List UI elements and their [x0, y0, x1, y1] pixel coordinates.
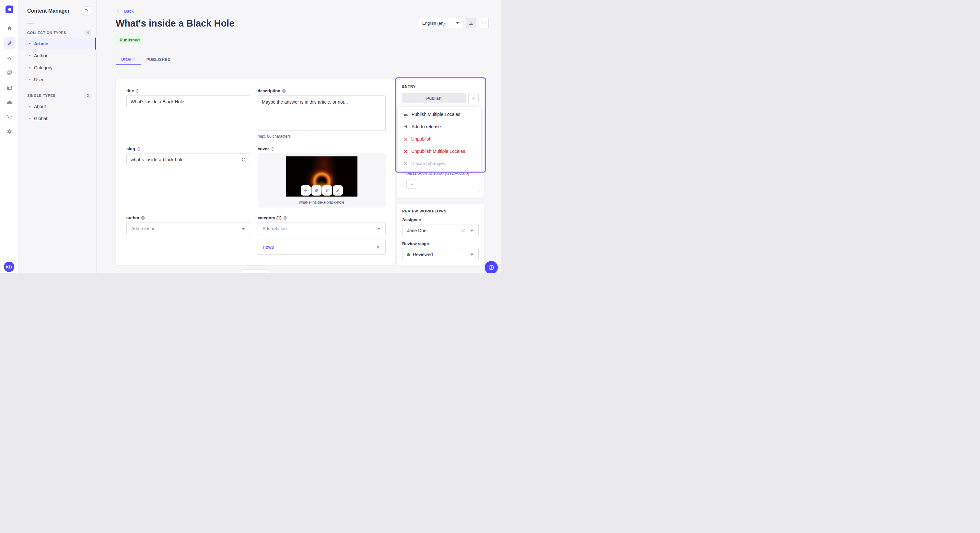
remove-relation-button[interactable] — [376, 245, 380, 249]
cover-toolbar — [301, 185, 343, 195]
more-horizontal-icon — [471, 95, 476, 101]
relation-news-link[interactable]: news — [263, 244, 274, 250]
paper-plane-icon — [403, 124, 408, 129]
user-avatar[interactable]: KD — [4, 262, 14, 272]
menu-item-publish-multiple-locales[interactable]: Publish Multiple Locales — [398, 108, 480, 121]
author-relation-select[interactable]: Add relation — [126, 222, 250, 235]
help-button[interactable]: ? — [485, 261, 498, 273]
trash-icon — [325, 188, 329, 193]
menu-item-add-to-release[interactable]: Add to release — [398, 121, 480, 133]
field-title: title — [126, 89, 250, 139]
stage-value: Reviewed — [413, 252, 433, 257]
subnav-title: Content Manager — [27, 8, 70, 14]
chevron-down-icon — [470, 254, 474, 256]
sidebar-item-author[interactable]: Author — [19, 49, 96, 62]
section-single-types: SINGLE TYPES — [27, 94, 56, 97]
chevron-down-icon — [456, 22, 459, 24]
content-manager-subnav: Content Manager COLLECTION TYPES 4 Artic… — [19, 0, 97, 273]
edit-form-card: title description Maybe the answer is in… — [116, 79, 395, 265]
description-hint: max. 80 characters — [258, 134, 386, 139]
bullet-icon — [29, 79, 30, 80]
question-mark-icon: ? — [488, 264, 495, 271]
single-types-count: 2 — [84, 93, 91, 98]
stage-status-dot — [407, 253, 410, 256]
schedule-datetime: 09/11/2024 at 16:00 (UTC+02:00) — [406, 171, 474, 176]
bullet-icon — [29, 106, 30, 107]
description-textarea[interactable]: Maybe the answer is in this article, or … — [258, 95, 386, 131]
cross-icon — [403, 149, 408, 154]
i18n-globe-icon — [135, 89, 139, 93]
i18n-globe-icon — [137, 147, 141, 151]
cover-media-box: what-s-inside-a-black-hole — [258, 153, 386, 208]
category-relation-select[interactable]: Add relation — [258, 222, 386, 235]
collection-types-list: Article Author Category User — [19, 38, 96, 86]
sidebar-item-about[interactable]: About — [19, 100, 96, 113]
icon-rail: KD — [0, 0, 19, 273]
locale-value: English (en) — [422, 21, 445, 25]
publish-button[interactable]: Publish — [402, 93, 466, 103]
header-more-button[interactable] — [479, 18, 489, 28]
copy-link-button[interactable] — [312, 185, 321, 195]
edit-media-button[interactable] — [333, 185, 343, 195]
clear-assignee-button[interactable] — [461, 228, 465, 233]
category-label: category (1) — [258, 215, 282, 220]
releases-icon[interactable] — [3, 52, 15, 64]
settings-gear-icon[interactable] — [3, 126, 15, 138]
review-stage-select[interactable]: Reviewed — [402, 248, 479, 261]
section-collection-types: COLLECTION TYPES — [27, 31, 66, 35]
close-icon — [461, 228, 465, 233]
review-workflows-panel: REVIEW WORKFLOWS Assignee Jane Doe Revie… — [397, 204, 484, 265]
media-library-icon[interactable] — [3, 67, 15, 79]
title-input[interactable] — [126, 95, 250, 108]
home-icon[interactable] — [3, 23, 15, 34]
assignee-select[interactable]: Jane Doe — [402, 224, 479, 237]
field-category: category (1) Add relation news — [258, 215, 386, 254]
slug-label: slug — [126, 146, 135, 151]
purchases-cart-icon[interactable] — [3, 111, 15, 123]
sidebar-item-article[interactable]: Article — [19, 38, 96, 49]
strapi-logo[interactable] — [5, 5, 13, 13]
content-type-builder-icon[interactable] — [3, 82, 15, 94]
tab-published[interactable]: PUBLISHED — [141, 54, 176, 65]
delete-media-button[interactable] — [322, 185, 332, 195]
back-arrow-icon — [116, 8, 121, 14]
status-badge: Published — [116, 36, 143, 44]
plus-icon — [303, 188, 308, 193]
regenerate-slug-button[interactable] — [240, 156, 247, 163]
field-author: author Add relation — [126, 215, 250, 254]
svg-text:?: ? — [490, 266, 492, 270]
download-button[interactable] — [466, 18, 476, 28]
download-icon — [468, 21, 474, 26]
more-horizontal-icon — [481, 21, 487, 25]
i18n-globe-icon — [270, 147, 275, 151]
field-cover: cover — [258, 146, 386, 208]
sidebar-item-global[interactable]: Global — [19, 113, 96, 124]
tab-draft[interactable]: DRAFT — [116, 54, 141, 65]
version-tabs: DRAFT PUBLISHED — [116, 54, 176, 65]
search-button[interactable] — [82, 6, 91, 16]
assignee-label: Assignee — [402, 217, 479, 222]
locale-select[interactable]: English (en) — [418, 18, 463, 28]
schedule-more-button[interactable] — [406, 179, 416, 189]
app-root: KD Content Manager COLLECTION TYPES 4 Ar… — [0, 0, 501, 273]
back-link[interactable]: Back — [116, 8, 134, 14]
cover-filename: what-s-inside-a-black-hole — [258, 200, 386, 205]
sidebar-item-category[interactable]: Category — [19, 62, 96, 73]
sidebar-item-user[interactable]: User — [19, 73, 96, 86]
content-manager-icon[interactable] — [3, 37, 15, 49]
slug-input[interactable] — [126, 153, 250, 166]
entry-more-button[interactable] — [468, 93, 479, 103]
menu-item-unpublish-multiple-locales[interactable]: Unpublish Multiple Locales — [398, 145, 480, 157]
cloud-icon[interactable] — [3, 97, 15, 108]
floating-pill — [240, 270, 270, 273]
menu-item-discard-changes[interactable]: Discard changes — [398, 157, 480, 170]
add-media-button[interactable] — [301, 185, 311, 195]
page-title: What's inside a Black Hole — [116, 18, 234, 29]
i18n-globe-icon — [141, 216, 145, 220]
close-icon — [376, 245, 380, 249]
more-horizontal-icon — [409, 182, 414, 187]
chevron-down-icon — [242, 228, 245, 230]
link-icon — [314, 188, 319, 193]
bullet-icon — [29, 55, 30, 56]
menu-item-unpublish[interactable]: Unpublish — [398, 133, 480, 145]
